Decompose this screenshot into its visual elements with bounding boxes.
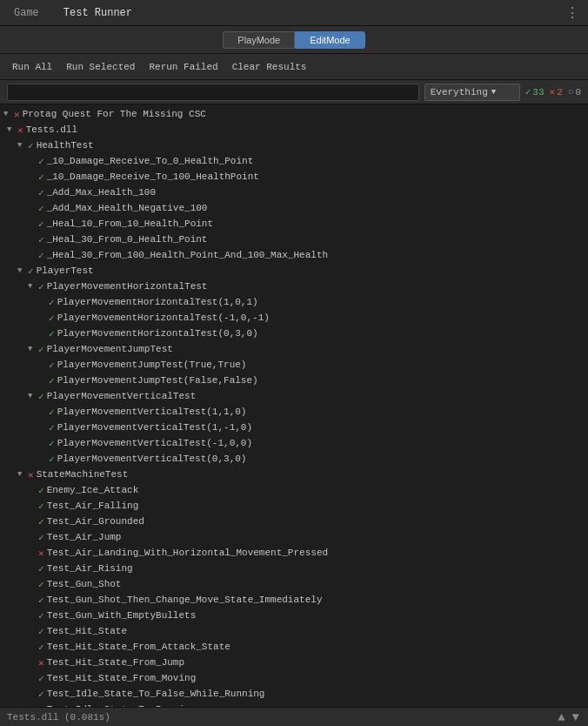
pass-icon-sm-14: ✓ xyxy=(38,689,44,700)
tree-label-sm-3: Test_Air_Grounded xyxy=(47,516,144,527)
pass-icon-pmv-suite: ✓ xyxy=(38,391,44,402)
tree-label-pmj-suite: PlayerMovementJumpTest xyxy=(47,344,173,354)
tree-label-pmh-2: PlayerMovementHorizontalTest(-1,0,-1) xyxy=(57,313,270,323)
pass-icon-pmj-2: ✓ xyxy=(49,375,55,387)
tree-item-sm-test[interactable]: ✕StateMachineTest xyxy=(0,467,588,482)
checkmark-icon: ✓ xyxy=(525,86,531,97)
run-selected-button[interactable]: Run Selected xyxy=(61,60,140,74)
tree-item-root-1[interactable]: ✕Protag Quest For The Missing CSC xyxy=(0,106,588,122)
editmode-button[interactable]: EditMode xyxy=(295,31,364,49)
tree-item-pmh-suite[interactable]: ✓PlayerMovementHorizontalTest xyxy=(0,279,588,294)
tree-item-pmh-3[interactable]: ✓PlayerMovementHorizontalTest(0,3,0) xyxy=(0,326,588,341)
tree-item-sm-2[interactable]: ✓Test_Air_Falling xyxy=(0,498,588,514)
run-all-button[interactable]: Run All xyxy=(7,60,57,74)
results-count: ✓ 33 ✕ 2 ○ 0 xyxy=(525,86,581,97)
tree-label-sm-12: Test_Hit_State_From_Jump xyxy=(47,657,184,668)
tree-arrow-root-1 xyxy=(3,110,14,118)
fail-icon-sm-test: ✕ xyxy=(28,469,34,481)
tree-arrow-sm-test xyxy=(17,470,28,479)
tree-item-ht-7[interactable]: ✓_Heal_30_From_100_Health_Point_And_100_… xyxy=(0,247,588,263)
clear-results-button[interactable]: Clear Results xyxy=(227,60,312,74)
pass-icon-ht-6: ✓ xyxy=(38,234,44,245)
tree-label-pmj-1: PlayerMovementJumpTest(True,True) xyxy=(57,360,247,370)
tree-item-pmv-1[interactable]: ✓PlayerMovementVerticalTest(1,1,0) xyxy=(0,404,588,420)
pass-icon-ht-5: ✓ xyxy=(38,218,44,230)
tree-item-sm-11[interactable]: ✓Test_Hit_State_From_Attack_State xyxy=(0,639,588,655)
pass-icon-sm-8: ✓ xyxy=(38,595,44,606)
search-input[interactable] xyxy=(7,84,419,101)
tree-item-sm-1[interactable]: ✓Enemy_Ice_Attack xyxy=(0,482,588,498)
tree-arrow-pmj-suite xyxy=(28,345,38,353)
scroll-up-button[interactable]: ▲ xyxy=(556,710,566,724)
toolbar: Run All Run Selected Rerun Failed Clear … xyxy=(0,54,588,80)
tree-arrow-pmv-suite xyxy=(28,392,38,400)
tree-item-sm-13[interactable]: ✓Test_Hit_State_From_Moving xyxy=(0,670,588,686)
tree-item-pmv-4[interactable]: ✓PlayerMovementVerticalTest(0,3,0) xyxy=(0,451,588,467)
tree-label-pmv-suite: PlayerMovementVerticalTest xyxy=(47,391,197,401)
tree-item-sm-14[interactable]: ✓Test_Idle_State_To_False_While_Running xyxy=(0,686,588,702)
tree-item-sm-4[interactable]: ✓Test_Air_Jump xyxy=(0,529,588,545)
fail-icon: ✕ xyxy=(550,86,556,97)
status-text: Tests.dll (0.081s) xyxy=(7,712,110,723)
fail-icon-tests-dll: ✕ xyxy=(17,124,23,136)
tree-item-ht-4[interactable]: ✓_Add_Max_Health_Negative_100 xyxy=(0,200,588,216)
test-tree[interactable]: ✕Protag Quest For The Missing CSC✕Tests.… xyxy=(0,104,588,707)
status-bar-right: ▲ ▼ xyxy=(556,710,581,724)
tree-item-ht-2[interactable]: ✓_10_Damage_Receive_To_100_HealthPoint xyxy=(0,169,588,185)
tree-item-ht-5[interactable]: ✓_Heal_10_From_10_Health_Point xyxy=(0,216,588,232)
fail-icon-sm-5: ✕ xyxy=(38,548,44,559)
tree-item-ht-3[interactable]: ✓_Add_Max_Health_100 xyxy=(0,185,588,200)
pass-icon-ht-4: ✓ xyxy=(38,203,44,214)
pass-icon-pmv-2: ✓ xyxy=(49,422,55,434)
pass-icon-sm-2: ✓ xyxy=(38,501,44,512)
tree-label-ht-5: _Heal_10_From_10_Health_Point xyxy=(47,218,213,229)
tab-test-runner[interactable]: Test Runner xyxy=(57,3,139,23)
tree-label-sm-10: Test_Hit_State xyxy=(47,626,127,636)
pass-icon-sm-11: ✓ xyxy=(38,642,44,653)
tree-label-sm-8: Test_Gun_Shot_Then_Change_Move_State_Imm… xyxy=(47,595,323,605)
tree-label-sm-7: Test_Gun_Shot xyxy=(47,579,122,589)
tree-item-sm-8[interactable]: ✓Test_Gun_Shot_Then_Change_Move_State_Im… xyxy=(0,592,588,608)
pass-count: ✓ 33 xyxy=(525,86,545,97)
tree-item-sm-5[interactable]: ✕Test_Air_Landing_With_Horizontal_Moveme… xyxy=(0,545,588,561)
tree-item-pmv-3[interactable]: ✓PlayerMovementVerticalTest(-1,0,0) xyxy=(0,435,588,451)
tree-label-pmh-suite: PlayerMovementHorizontalTest xyxy=(47,281,208,292)
tree-item-pmh-2[interactable]: ✓PlayerMovementHorizontalTest(-1,0,-1) xyxy=(0,310,588,326)
playmode-button[interactable]: PlayMode xyxy=(223,31,295,49)
tree-label-tests-dll: Tests.dll xyxy=(26,124,77,135)
tree-label-sm-9: Test_Gun_With_EmptyBullets xyxy=(47,610,197,621)
filter-dropdown[interactable]: Everything ▼ xyxy=(424,84,520,101)
tree-item-sm-7[interactable]: ✓Test_Gun_Shot xyxy=(0,576,588,592)
tree-label-pmh-1: PlayerMovementHorizontalTest(1,0,1) xyxy=(57,297,258,307)
top-bar-menu-icon[interactable]: ⋮ xyxy=(565,4,581,22)
tree-item-sm-12[interactable]: ✕Test_Hit_State_From_Jump xyxy=(0,655,588,670)
status-bar: Tests.dll (0.081s) ▲ ▼ xyxy=(0,707,588,726)
tree-item-sm-10[interactable]: ✓Test_Hit_State xyxy=(0,623,588,639)
tab-game[interactable]: Game xyxy=(7,3,46,23)
tree-item-pmj-1[interactable]: ✓PlayerMovementJumpTest(True,True) xyxy=(0,357,588,373)
pass-icon-sm-4: ✓ xyxy=(38,532,44,543)
tree-label-health-test: HealthTest xyxy=(37,140,94,151)
tree-item-pmj-2[interactable]: ✓PlayerMovementJumpTest(False,False) xyxy=(0,373,588,388)
tree-item-sm-3[interactable]: ✓Test_Air_Grounded xyxy=(0,514,588,529)
tree-item-health-test[interactable]: ✓HealthTest xyxy=(0,138,588,153)
tree-label-pmv-4: PlayerMovementVerticalTest(0,3,0) xyxy=(57,454,247,464)
tree-label-pmj-2: PlayerMovementJumpTest(False,False) xyxy=(57,375,258,386)
tree-item-pmh-1[interactable]: ✓PlayerMovementHorizontalTest(1,0,1) xyxy=(0,294,588,310)
tree-item-tests-dll[interactable]: ✕Tests.dll xyxy=(0,122,588,138)
tree-item-pmv-suite[interactable]: ✓PlayerMovementVerticalTest xyxy=(0,388,588,404)
pass-icon-health-test: ✓ xyxy=(28,140,34,151)
tree-item-ht-6[interactable]: ✓_Heal_30_From_0_Health_Point xyxy=(0,232,588,247)
tree-label-ht-7: _Heal_30_From_100_Health_Point_And_100_M… xyxy=(47,250,328,260)
tree-item-sm-6[interactable]: ✓Test_Air_Rising xyxy=(0,561,588,576)
pass-icon-sm-7: ✓ xyxy=(38,579,44,590)
tree-label-sm-11: Test_Hit_State_From_Attack_State xyxy=(47,642,231,652)
rerun-failed-button[interactable]: Rerun Failed xyxy=(144,60,223,74)
tree-item-pmv-2[interactable]: ✓PlayerMovementVerticalTest(1,-1,0) xyxy=(0,420,588,435)
tree-item-ht-1[interactable]: ✓_10_Damage_Receive_To_0_Health_Point xyxy=(0,153,588,169)
tree-item-pmj-suite[interactable]: ✓PlayerMovementJumpTest xyxy=(0,341,588,357)
test-tree-container: ✕Protag Quest For The Missing CSC✕Tests.… xyxy=(0,104,588,707)
tree-item-player-test[interactable]: ✓PlayerTest xyxy=(0,263,588,279)
tree-item-sm-9[interactable]: ✓Test_Gun_With_EmptyBullets xyxy=(0,608,588,623)
scroll-down-button[interactable]: ▼ xyxy=(571,710,581,724)
